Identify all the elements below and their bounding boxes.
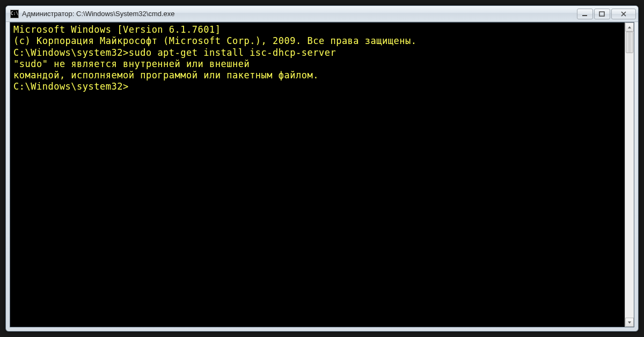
maximize-icon <box>599 11 605 17</box>
copyright-line: (c) Корпорация Майкрософт (Microsoft Cor… <box>13 35 621 47</box>
prompt-line-2: C:\Windows\system32> <box>13 81 621 92</box>
svg-rect-0 <box>582 15 587 16</box>
error-line-1: "sudo" не является внутренней или внешне… <box>13 58 621 70</box>
command-text-1: sudo apt-get install isc-dhcp-server <box>129 47 336 58</box>
maximize-button[interactable] <box>594 9 610 19</box>
window-controls <box>577 9 636 19</box>
cmd-icon: C:\ <box>10 10 19 18</box>
command-line-1: C:\Windows\system32>sudo apt-get install… <box>13 47 621 58</box>
scroll-track[interactable] <box>625 32 634 318</box>
minimize-button[interactable] <box>577 9 593 19</box>
cmd-window: C:\ Администратор: C:\Windows\System32\c… <box>5 5 639 332</box>
titlebar[interactable]: C:\ Администратор: C:\Windows\System32\c… <box>6 6 638 22</box>
client-area: Microsoft Windows [Version 6.1.7601](c) … <box>10 22 634 327</box>
chevron-up-icon <box>627 26 632 29</box>
prompt-1: C:\Windows\system32> <box>13 47 129 58</box>
window-title: Администратор: C:\Windows\System32\cmd.e… <box>22 10 577 18</box>
svg-rect-1 <box>599 12 604 16</box>
close-button[interactable] <box>611 9 636 19</box>
scroll-up-button[interactable] <box>625 23 634 32</box>
terminal-output[interactable]: Microsoft Windows [Version 6.1.7601](c) … <box>10 23 625 327</box>
vertical-scrollbar[interactable] <box>625 23 634 327</box>
scroll-thumb[interactable] <box>626 32 633 53</box>
close-icon <box>620 11 627 17</box>
error-line-2: командой, исполняемой программой или пак… <box>13 70 621 81</box>
chevron-down-icon <box>627 321 632 324</box>
scroll-down-button[interactable] <box>625 318 634 327</box>
minimize-icon <box>582 11 588 17</box>
version-line: Microsoft Windows [Version 6.1.7601] <box>13 24 621 35</box>
